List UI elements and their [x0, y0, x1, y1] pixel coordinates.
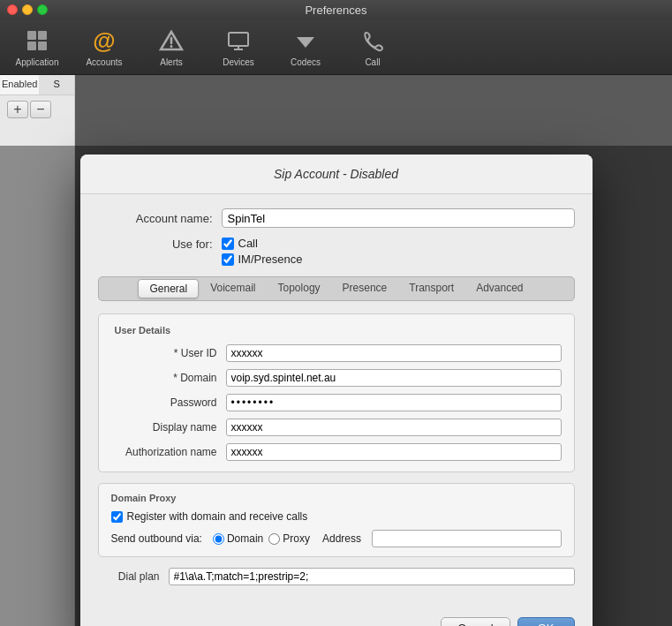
remove-account-button[interactable]: −: [30, 101, 51, 118]
tab-voicemail[interactable]: Voicemail: [200, 279, 266, 298]
display-name-input[interactable]: [226, 419, 562, 436]
main-area: Enabled S + − Sip Account - Disabled Acc…: [0, 75, 672, 626]
dial-plan-label: Dial plan: [98, 570, 169, 583]
auth-name-label: Authorization name: [111, 446, 226, 458]
tab-general[interactable]: General: [138, 279, 199, 298]
user-id-row: * User ID: [111, 344, 562, 362]
add-account-button[interactable]: +: [7, 101, 28, 118]
domain-radio-label: Domain: [227, 532, 263, 545]
im-presence-checkbox-label: IM/Presence: [238, 253, 303, 266]
toolbar-item-codecs[interactable]: Codecs: [283, 26, 328, 67]
dial-plan-input[interactable]: [169, 568, 575, 585]
address-label: Address: [322, 532, 361, 545]
user-id-label: * User ID: [111, 347, 226, 359]
domain-radio-option: Domain: [213, 532, 263, 545]
toolbar-item-call[interactable]: Call: [350, 26, 396, 67]
devices-icon: [224, 26, 253, 55]
ok-button[interactable]: OK: [517, 617, 575, 626]
im-presence-checkbox[interactable]: [222, 253, 234, 266]
register-checkbox[interactable]: [111, 511, 123, 523]
sidebar-tab-enabled[interactable]: Enabled: [0, 75, 39, 94]
use-for-label: Use for:: [98, 237, 222, 251]
window-title: Preferences: [305, 4, 366, 17]
auth-name-input[interactable]: [226, 443, 562, 461]
svg-point-6: [170, 45, 173, 48]
alerts-icon: [157, 26, 185, 55]
call-checkbox-row: Call: [222, 237, 303, 250]
codecs-icon: [291, 26, 320, 55]
address-input[interactable]: [372, 530, 562, 547]
account-name-input[interactable]: [222, 208, 575, 228]
titlebar: Preferences: [0, 0, 672, 19]
toolbar-item-devices[interactable]: Devices: [215, 26, 261, 67]
toolbar-item-application[interactable]: Application: [14, 26, 60, 67]
call-checkbox[interactable]: [222, 238, 234, 250]
password-input[interactable]: [226, 394, 562, 411]
use-for-checkboxes: Call IM/Presence: [222, 237, 303, 266]
domain-radio[interactable]: [213, 533, 224, 545]
application-label: Application: [16, 57, 59, 67]
accounts-icon: @: [90, 26, 118, 55]
sidebar-tab-s[interactable]: S: [39, 75, 74, 94]
application-icon: [23, 26, 51, 55]
display-name-row: Display name: [111, 419, 562, 436]
password-row: Password: [111, 394, 562, 411]
close-button[interactable]: [7, 4, 18, 15]
call-icon: [359, 26, 387, 55]
dialog-body: Account name: Use for: Call IM/Presence: [80, 194, 593, 608]
user-id-input[interactable]: [226, 344, 562, 362]
tab-topology[interactable]: Topology: [268, 279, 331, 298]
tab-transport[interactable]: Transport: [398, 279, 464, 298]
auth-name-row: Authorization name: [111, 443, 562, 461]
register-label: Register with domain and receive calls: [127, 510, 308, 523]
domain-label: * Domain: [111, 372, 226, 384]
sidebar-tabs: Enabled S: [0, 75, 74, 95]
sip-account-dialog: Sip Account - Disabled Account name: Use…: [80, 155, 593, 626]
svg-rect-7: [229, 33, 248, 46]
toolbar: Application @ Accounts Alerts Devices: [0, 19, 672, 75]
proxy-radio-option: Proxy: [268, 532, 310, 545]
dialog-title-text: Sip Account -: [274, 167, 351, 181]
svg-rect-1: [38, 31, 47, 40]
maximize-button[interactable]: [37, 4, 48, 15]
codecs-label: Codecs: [291, 57, 321, 67]
use-for-row: Use for: Call IM/Presence: [98, 237, 575, 266]
svg-rect-3: [38, 41, 47, 50]
send-outbound-label: Send outbound via:: [111, 532, 202, 545]
domain-proxy-header: Domain Proxy: [111, 493, 562, 503]
minimize-button[interactable]: [22, 4, 33, 15]
accounts-label: Accounts: [86, 57, 122, 67]
domain-row: * Domain: [111, 369, 562, 387]
account-name-label: Account name:: [98, 212, 222, 225]
user-details-section: User Details * User ID * Domain Password: [98, 313, 575, 472]
password-label: Password: [111, 396, 226, 409]
user-details-header: User Details: [111, 325, 562, 336]
call-checkbox-label: Call: [238, 237, 258, 250]
outbound-radio-group: Domain Proxy: [213, 532, 310, 545]
call-label: Call: [365, 57, 380, 67]
domain-proxy-section: Domain Proxy Register with domain and re…: [98, 483, 575, 557]
cancel-button[interactable]: Cancel: [441, 617, 510, 626]
toolbar-item-alerts[interactable]: Alerts: [148, 26, 194, 67]
register-checkbox-row: Register with domain and receive calls: [111, 510, 562, 523]
dial-plan-row: Dial plan: [98, 568, 575, 585]
toolbar-item-accounts[interactable]: @ Accounts: [81, 26, 127, 67]
dialog-title: Sip Account - Disabled: [80, 155, 593, 194]
sidebar-controls: + −: [0, 95, 74, 124]
tab-presence[interactable]: Presence: [332, 279, 398, 298]
tab-advanced[interactable]: Advanced: [465, 279, 533, 298]
dialog-status: Disabled: [351, 167, 398, 181]
svg-rect-0: [27, 31, 36, 40]
svg-marker-10: [297, 37, 314, 48]
traffic-lights: [7, 4, 48, 15]
proxy-radio[interactable]: [268, 533, 280, 545]
display-name-label: Display name: [111, 421, 226, 434]
im-presence-checkbox-row: IM/Presence: [222, 253, 303, 266]
send-outbound-row: Send outbound via: Domain Proxy Addr: [111, 530, 562, 547]
tab-bar: General Voicemail Topology Presence Tran…: [98, 276, 575, 301]
dialog-backdrop: Sip Account - Disabled Account name: Use…: [0, 146, 672, 626]
proxy-radio-label: Proxy: [283, 532, 310, 545]
dialog-footer: Cancel OK: [80, 608, 593, 626]
domain-input[interactable]: [226, 369, 562, 387]
svg-rect-2: [27, 41, 36, 50]
